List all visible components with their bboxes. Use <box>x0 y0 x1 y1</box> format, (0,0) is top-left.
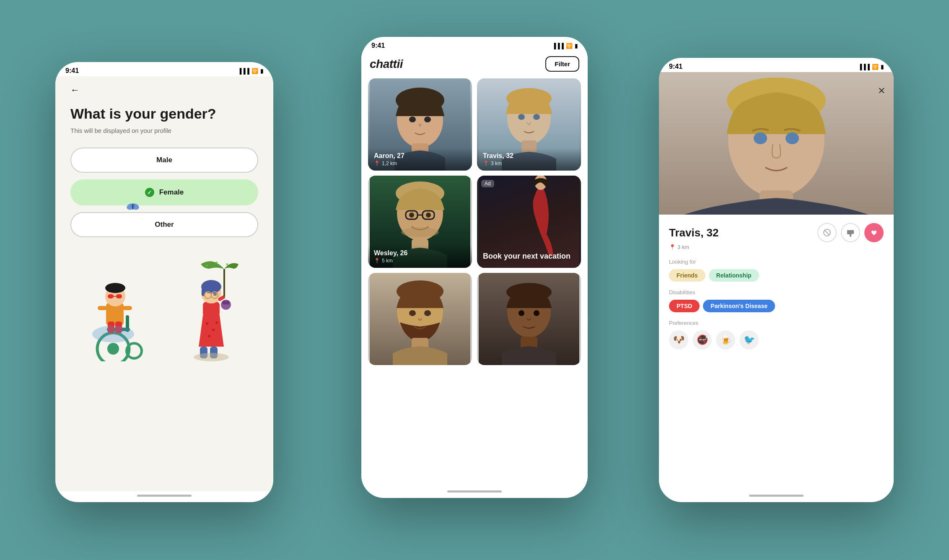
filter-button[interactable]: Filter <box>545 56 579 72</box>
option-male[interactable]: Male <box>70 148 258 173</box>
wesley-info: Wesley, 26 📍 5 km <box>368 245 472 268</box>
wifi-icon-c: 🛜 <box>566 43 573 49</box>
action-buttons <box>817 223 884 242</box>
looking-for-tags: Friends Relationship <box>669 269 884 282</box>
back-button[interactable]: ← <box>70 85 258 96</box>
ad-text: Book your next vacation <box>483 251 575 261</box>
svg-point-83 <box>786 132 799 144</box>
option-other[interactable]: Other <box>70 212 258 237</box>
travis-info: Travis, 32 📍 3 km <box>477 148 581 171</box>
svg-text:♥: ♥ <box>215 260 218 265</box>
close-button[interactable]: ✕ <box>878 86 885 96</box>
svg-rect-13 <box>98 306 107 310</box>
svg-point-52 <box>518 114 525 120</box>
thumbs-down-icon <box>846 228 855 237</box>
aaron-info: Aaron, 27 📍 1,2 km <box>368 148 472 171</box>
svg-point-77 <box>534 310 539 316</box>
home-indicator-left <box>137 495 192 497</box>
wesley-distance: 📍 5 km <box>374 258 466 264</box>
pref-icon-bird: 🐦 <box>739 330 759 350</box>
svg-point-47 <box>424 117 431 122</box>
aaron-distance: 📍 1,2 km <box>374 161 466 166</box>
svg-point-82 <box>754 132 767 144</box>
block-button[interactable] <box>817 223 837 242</box>
signal-icon-r: ▐▐▐ <box>858 64 870 70</box>
right-phone-content: ✕ <box>659 72 894 491</box>
profile-card-aaron[interactable]: Aaron, 27 📍 1,2 km <box>368 78 472 171</box>
tag-parkinsons: Parkinson's Disease <box>703 300 775 312</box>
travis-detail-photo <box>659 72 894 215</box>
like-button[interactable] <box>864 223 884 242</box>
butterfly-icon <box>127 200 139 213</box>
svg-line-86 <box>825 230 830 235</box>
signal-icons-center: ▐▐▐ 🛜 ▮ <box>552 43 578 49</box>
tag-ptsd: PTSD <box>669 300 700 312</box>
battery-icon: ▮ <box>260 68 263 74</box>
svg-point-22 <box>215 321 218 324</box>
home-indicator-right <box>749 495 804 497</box>
gender-title: What is your gender? <box>70 106 258 122</box>
time-left: 9:41 <box>65 67 79 75</box>
svg-point-71 <box>424 310 431 316</box>
svg-point-18 <box>194 353 229 361</box>
left-phone-content: ← What is your gender? This will be disp… <box>55 76 273 491</box>
looking-for-label: Looking for <box>669 259 884 265</box>
profile-card-bottom-left[interactable] <box>368 273 472 365</box>
umbrella-character: ♥ ♥ ♥ <box>180 257 239 361</box>
battery-icon-c: ▮ <box>575 43 578 49</box>
app-logo: chattii <box>370 57 403 71</box>
signal-icons-left: ▐▐▐ 🛜 ▮ <box>238 68 263 74</box>
pref-icon-nosmoking: 🚭 <box>692 330 712 350</box>
check-icon: ✓ <box>145 188 154 197</box>
app-header: chattii Filter <box>361 51 588 78</box>
profile-detail-section: Travis, 32 <box>659 215 894 356</box>
svg-rect-23 <box>203 302 220 317</box>
aaron-name: Aaron, 27 <box>374 152 466 160</box>
svg-point-15 <box>92 326 134 342</box>
svg-point-10 <box>105 283 125 293</box>
tag-friends: Friends <box>669 269 705 282</box>
option-female[interactable]: ✓ Female <box>70 179 258 205</box>
option-other-label: Other <box>155 220 174 229</box>
logo-text: chattii <box>370 57 403 70</box>
pref-icon-beer: 🍺 <box>716 330 735 350</box>
illustration: ♥ ♥ ♥ <box>70 244 258 361</box>
wesley-name: Wesley, 26 <box>374 249 466 257</box>
home-indicator-center <box>447 490 502 493</box>
detail-name: Travis, 32 <box>669 226 719 239</box>
ad-badge: Ad <box>481 180 494 187</box>
wheelchair-character <box>90 261 149 361</box>
status-bar-left: 9:41 ▐▐▐ 🛜 ▮ <box>55 62 273 76</box>
profile-card-travis[interactable]: Travis, 32 📍 3 km <box>477 78 581 171</box>
svg-point-70 <box>409 310 416 316</box>
preferences-label: Preferences <box>669 320 884 326</box>
travis-main-photo <box>659 72 894 215</box>
distance-icon: 📍 <box>374 161 380 166</box>
profile-card-wesley[interactable]: Wesley, 26 📍 5 km <box>368 176 472 268</box>
profile-card-bottom-right[interactable] <box>477 273 581 365</box>
svg-rect-8 <box>116 294 122 298</box>
location-icon: 📍 <box>669 244 676 250</box>
svg-point-76 <box>519 310 524 316</box>
svg-point-63 <box>401 227 439 237</box>
preferences-icons: 🐶 🚭 🍺 🐦 <box>669 330 884 350</box>
dislike-button[interactable] <box>841 223 860 242</box>
time-right: 9:41 <box>669 63 682 70</box>
svg-point-20 <box>212 329 215 331</box>
center-phone-content: chattii Filter <box>361 51 588 487</box>
status-bar-center: 9:41 ▐▐▐ 🛜 ▮ <box>361 37 588 51</box>
block-icon <box>823 228 831 237</box>
detail-distance: 📍 3 km <box>669 244 884 250</box>
option-male-label: Male <box>156 156 172 164</box>
signal-icon-c: ▐▐▐ <box>552 43 564 49</box>
svg-text:♥: ♥ <box>226 262 228 267</box>
phone-right: 9:41 ▐▐▐ 🛜 ▮ ✕ <box>659 58 894 502</box>
gender-subtitle: This will be displayed on your profile <box>70 127 258 134</box>
time-center: 9:41 <box>371 42 385 49</box>
travis-distance: 📍 3 km <box>483 161 575 166</box>
ad-card[interactable]: Ad Book your next vacation <box>477 176 581 268</box>
profiles-grid: Aaron, 27 📍 1,2 km <box>361 78 588 372</box>
wifi-icon-r: 🛜 <box>872 64 879 70</box>
pref-icon-dog: 🐶 <box>669 330 688 350</box>
phone-left: 9:41 ▐▐▐ 🛜 ▮ ← What is your gender? This… <box>55 62 273 502</box>
